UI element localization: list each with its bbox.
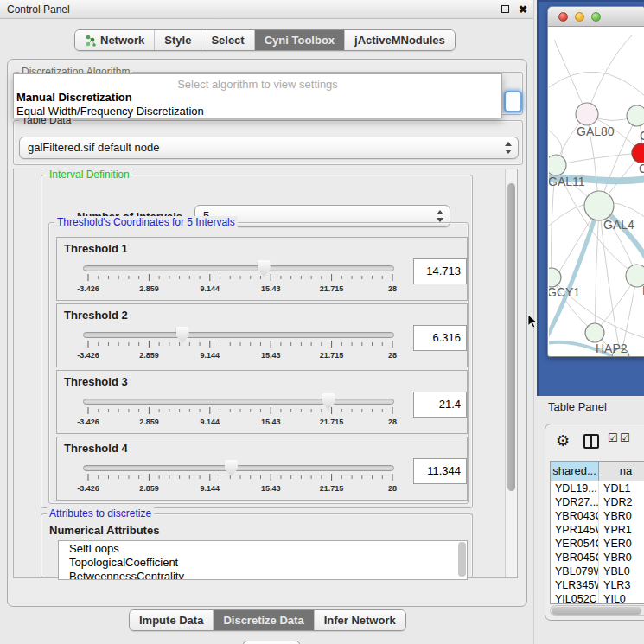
network-node-label: C: [639, 162, 644, 175]
close-traffic-light-icon[interactable]: [558, 12, 568, 22]
checkbox-icon[interactable]: ☑: [620, 431, 630, 444]
settings-scrollbar-thumb[interactable]: [507, 183, 515, 491]
threshold-4-label: Threshold 4: [64, 442, 128, 455]
table-cell-name[interactable]: YBR0: [599, 509, 644, 523]
algorithm-popup-placeholder: Select algorithm to view settings: [14, 78, 501, 91]
numerical-attribute-item[interactable]: SelfLoops: [59, 541, 467, 555]
table-cell-shared-name[interactable]: YPR145W: [551, 523, 599, 537]
interval-definition-group: Interval Definition Number of Intervals …: [41, 175, 473, 508]
table-cell-name[interactable]: YBR0: [599, 551, 644, 564]
table-panel-title: Table Panel: [548, 400, 607, 413]
slider-tick-label: -3.426: [77, 418, 99, 426]
table-row[interactable]: YLR345WYLR3: [551, 578, 644, 592]
table-cell-name[interactable]: YBL0: [599, 564, 644, 578]
network-window-titlebar[interactable]: [548, 7, 644, 27]
slider-tick-label: 21.715: [320, 351, 344, 360]
table-horizontal-scrollbar[interactable]: [550, 605, 644, 616]
threshold-4-value-input[interactable]: 11.344: [413, 458, 467, 484]
table-cell-shared-name[interactable]: YBR043C: [551, 509, 599, 523]
tab-style[interactable]: Style: [155, 30, 201, 50]
close-icon[interactable]: ✖: [519, 2, 527, 17]
threshold-3-slider-track[interactable]: [83, 399, 394, 405]
zoom-traffic-light-icon[interactable]: [591, 12, 601, 22]
table-row[interactable]: YBR045CYBR0: [551, 551, 644, 564]
table-scrollbar-thumb[interactable]: [552, 607, 641, 615]
network-node-label: GCY1: [549, 285, 580, 299]
network-node-gcy1[interactable]: [549, 268, 561, 287]
slider-tick-label: 21.715: [320, 418, 344, 426]
table-cell-name[interactable]: YIL0: [599, 592, 644, 604]
tab-cyni-toolbox[interactable]: Cyni Toolbox: [255, 30, 345, 50]
table-cell-name[interactable]: YER0: [599, 537, 644, 551]
network-node-hap2[interactable]: [585, 323, 604, 342]
tab-style-label: Style: [164, 34, 191, 47]
table-cell-shared-name[interactable]: YDR27...: [551, 495, 599, 509]
tab-cyni-toolbox-label: Cyni Toolbox: [265, 34, 335, 47]
tab-impute-data[interactable]: Impute Data: [130, 610, 214, 630]
checkbox-icon[interactable]: ☑: [608, 431, 618, 444]
threshold-1-value-input[interactable]: 14.713: [413, 258, 467, 284]
control-panel: Control Panel ✖ Network Style Select Cyn…: [0, 0, 534, 644]
threshold-1-label: Threshold 1: [64, 242, 128, 255]
network-node-c[interactable]: [632, 143, 644, 163]
tab-network[interactable]: Network: [75, 30, 155, 50]
table-cell-shared-name[interactable]: YBL079W: [551, 564, 599, 578]
columns-icon[interactable]: [583, 434, 599, 449]
threshold-3-panel: Threshold 3 -3.4262.8599.14415.4321.7152…: [56, 370, 468, 434]
slider-tick-label: -3.426: [77, 351, 99, 360]
column-header-shared-name[interactable]: shared...: [551, 462, 599, 481]
threshold-2-value-input[interactable]: 6.316: [413, 325, 467, 351]
network-node-h[interactable]: [626, 265, 644, 287]
popup-option-equal-width-frequency[interactable]: Equal Width/Frequency Discretization: [16, 105, 204, 118]
network-graph[interactable]: GAL80GALCGAL11GAL4GCY1HHAP2: [549, 28, 644, 357]
table-cell-name[interactable]: YDR2: [599, 495, 644, 509]
network-node-gal4[interactable]: [584, 191, 614, 220]
threshold-4-panel: Threshold 4 -3.4262.8599.14415.4321.7152…: [56, 437, 468, 501]
tab-infer-network[interactable]: Infer Network: [315, 610, 405, 630]
table-cell-shared-name[interactable]: YLR345W: [551, 578, 599, 592]
network-edge: [556, 153, 641, 165]
attributes-list-scrollbar[interactable]: [458, 542, 466, 577]
control-panel-tabbar: Network Style Select Cyni Toolbox jActiv…: [74, 29, 456, 51]
table-cell-shared-name[interactable]: YIL052C: [551, 592, 599, 604]
slider-tick-label: -3.426: [77, 484, 99, 493]
network-node-label: HAP2: [596, 341, 628, 355]
popup-option-manual-discretization[interactable]: Manual Discretization: [16, 91, 132, 104]
table-row[interactable]: YER054CYER0: [551, 537, 644, 551]
network-node-gal[interactable]: [627, 105, 644, 126]
network-node-gal80[interactable]: [576, 103, 598, 125]
threshold-4-slider-track[interactable]: [83, 465, 394, 471]
table-row[interactable]: YPR145WYPR1: [551, 523, 644, 537]
table-data-combobox[interactable]: galFiltered.sif default node: [19, 137, 519, 159]
table-cell-shared-name[interactable]: YDL19...: [551, 481, 599, 495]
column-header-name[interactable]: na: [599, 462, 644, 481]
gear-icon[interactable]: ⚙: [556, 430, 570, 452]
table-cell-shared-name[interactable]: YBR045C: [551, 551, 599, 564]
numerical-attribute-item[interactable]: BetweennessCentrality: [59, 569, 467, 580]
table-row[interactable]: YDR27...YDR2: [551, 495, 644, 509]
slider-tick-label: 15.43: [261, 484, 281, 493]
network-node-gal11[interactable]: [549, 155, 566, 175]
tab-select[interactable]: Select: [201, 30, 254, 50]
combobox-arrows-icon: [504, 142, 512, 154]
table-cell-name[interactable]: YPR1: [599, 523, 644, 537]
minimize-traffic-light-icon[interactable]: [575, 12, 584, 22]
slider-tick-label: -3.426: [77, 284, 99, 293]
settings-vertical-scrollbar[interactable]: [505, 169, 517, 577]
tab-discretize-data[interactable]: Discretize Data: [214, 610, 314, 630]
float-window-icon[interactable]: [501, 5, 509, 13]
numerical-attribute-item[interactable]: TopologicalCoefficient: [59, 555, 467, 569]
threshold-1-slider-track[interactable]: [83, 265, 394, 271]
table-row[interactable]: YBL079WYBL0: [551, 564, 644, 578]
tab-jactivemnodules[interactable]: jActiveMNodules: [345, 30, 455, 50]
table-cell-name[interactable]: YDL1: [599, 481, 644, 495]
table-row[interactable]: YDL19...YDL1: [551, 481, 644, 495]
apply-button[interactable]: Apply: [243, 641, 300, 644]
table-row[interactable]: YBR043CYBR0: [551, 509, 644, 523]
table-cell-shared-name[interactable]: YER054C: [551, 537, 599, 551]
table-row[interactable]: YIL052CYIL0: [551, 592, 644, 604]
threshold-2-slider-track[interactable]: [83, 332, 394, 338]
threshold-3-value-input[interactable]: 21.4: [413, 392, 467, 418]
algorithm-combobox-focused-tip[interactable]: [504, 91, 522, 112]
table-cell-name[interactable]: YLR3: [599, 578, 644, 592]
